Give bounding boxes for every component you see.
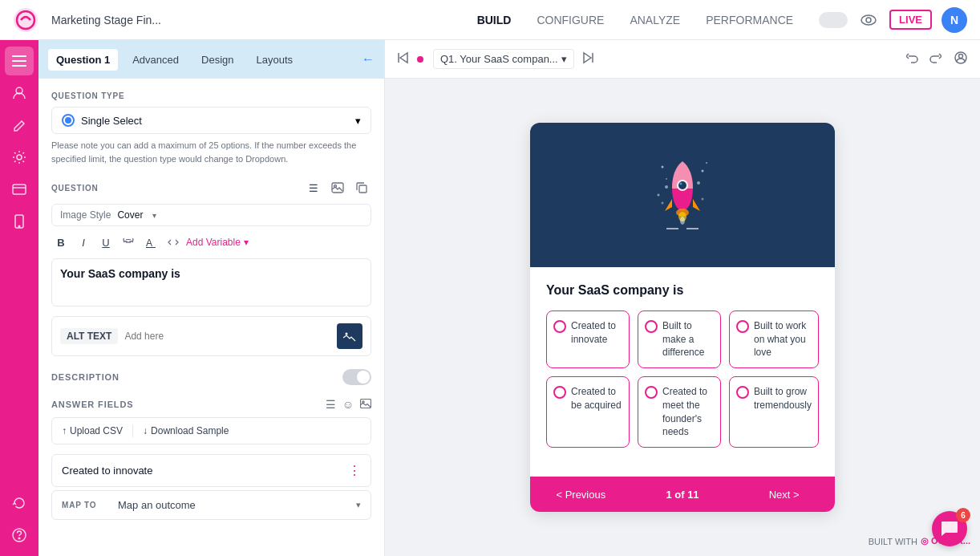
- svg-rect-9: [13, 185, 26, 194]
- description-toggle[interactable]: [342, 369, 371, 385]
- topnav: Marketing Stage Fin... BUILD CONFIGURE A…: [0, 0, 980, 40]
- svg-point-30: [666, 178, 667, 180]
- nav-build[interactable]: BUILD: [477, 14, 512, 26]
- option-2[interactable]: Built to make a difference: [638, 310, 721, 368]
- panel-back-arrow[interactable]: ←: [362, 52, 375, 67]
- svg-point-24: [362, 401, 364, 403]
- csv-divider: [132, 424, 133, 437]
- list-icon-small[interactable]: ☰: [326, 398, 336, 411]
- page-count: 1 of 11: [632, 489, 734, 501]
- add-variable-button[interactable]: Add Variable ▾: [186, 237, 249, 248]
- italic-button[interactable]: I: [74, 233, 93, 252]
- answer-fields-header: ANSWER FIELDS ☰ ☺: [51, 398, 371, 411]
- svg-text:A: A: [146, 237, 152, 248]
- option-3[interactable]: Built to work on what you love: [729, 310, 819, 368]
- main-layout: Question 1 Advanced Design Layouts ← QUE…: [0, 40, 980, 556]
- chat-bubble[interactable]: 6: [932, 511, 967, 546]
- alt-text-image-icon[interactable]: [337, 323, 362, 349]
- sidebar-item-users[interactable]: [5, 79, 34, 108]
- sidebar-item-menu[interactable]: [5, 47, 34, 75]
- preview-canvas: Your SaaS company is Created to innovate…: [385, 79, 980, 556]
- option-5[interactable]: Created to meet the founder's needs: [638, 376, 721, 448]
- question-editor-section: QUESTION ☰: [51, 178, 371, 306]
- question-selector[interactable]: Q1. Your SaaS compan... ▾: [433, 49, 574, 69]
- tab-advanced[interactable]: Advanced: [124, 49, 187, 71]
- color-button[interactable]: A: [141, 233, 160, 252]
- copy-icon[interactable]: [352, 178, 371, 197]
- question-text-editor[interactable]: Your SaaS company is: [51, 258, 371, 306]
- svg-rect-17: [359, 185, 366, 193]
- answer-item-menu[interactable]: ⋮: [348, 463, 361, 478]
- sidebar-item-billing[interactable]: [5, 175, 34, 204]
- toggle-switch[interactable]: [819, 12, 848, 28]
- svg-point-27: [662, 165, 664, 168]
- csv-row: ↑ Upload CSV ↓ Download Sample: [51, 417, 371, 444]
- emoji-icon[interactable]: ☺: [342, 398, 354, 411]
- svg-point-35: [680, 182, 682, 185]
- tab-question1[interactable]: Question 1: [48, 49, 118, 71]
- editor-toolbar: QUESTION ☰: [51, 178, 371, 197]
- prev-button[interactable]: < Previous: [530, 489, 632, 501]
- undo-button[interactable]: [906, 51, 919, 67]
- code-button[interactable]: [164, 233, 183, 252]
- svg-point-12: [18, 225, 20, 227]
- image-icon[interactable]: [328, 178, 347, 197]
- sidebar-item-edit[interactable]: [5, 111, 34, 140]
- question-indicator: [417, 56, 423, 63]
- map-to-select[interactable]: Map an outcome ▾: [118, 499, 361, 511]
- editor-toolbar-icons: ☰: [304, 178, 371, 197]
- skip-forward-button[interactable]: [581, 51, 593, 67]
- underline-button[interactable]: U: [96, 233, 115, 252]
- live-button[interactable]: LIVE: [889, 10, 932, 30]
- tab-design[interactable]: Design: [193, 49, 241, 71]
- upload-csv-button[interactable]: ↑ Upload CSV: [62, 425, 123, 436]
- next-button[interactable]: Next >: [733, 489, 835, 501]
- link-button[interactable]: [119, 233, 138, 252]
- description-label: DESCRIPTION: [51, 372, 342, 382]
- alt-text-label: ALT TEXT: [60, 328, 118, 344]
- tab-layouts[interactable]: Layouts: [248, 49, 301, 71]
- question-type-value: Single Select: [81, 115, 349, 127]
- nav-analyze[interactable]: ANALYZE: [630, 14, 680, 26]
- rocket-illustration: [650, 155, 715, 235]
- image-style-row[interactable]: Image Style Cover ▾: [51, 204, 371, 226]
- built-with-text: BUILT WITH: [869, 537, 917, 546]
- answer-fields-label: ANSWER FIELDS: [51, 400, 326, 409]
- svg-point-2: [861, 15, 876, 25]
- option-4[interactable]: Created to be acquired: [546, 376, 630, 448]
- question-type-select[interactable]: Single Select ▾: [51, 107, 371, 134]
- sidebar-item-settings[interactable]: [5, 143, 34, 172]
- answer-item[interactable]: Created to innovate ⋮: [51, 454, 371, 487]
- svg-point-40: [697, 181, 700, 185]
- option-1[interactable]: Created to innovate: [546, 310, 630, 368]
- sidebar-item-refresh[interactable]: [5, 489, 34, 517]
- alt-text-input[interactable]: [124, 331, 330, 342]
- image-style-value: Cover: [117, 209, 143, 221]
- skip-back-button[interactable]: [398, 51, 411, 67]
- option-6[interactable]: Built to grow tremendously: [729, 376, 819, 448]
- svg-point-41: [662, 201, 664, 204]
- sidebar-item-help[interactable]: [5, 521, 34, 550]
- list-icon[interactable]: ☰: [304, 178, 323, 197]
- app-logo[interactable]: [13, 7, 38, 33]
- image-upload-icon[interactable]: [360, 398, 371, 411]
- download-sample-button[interactable]: ↓ Download Sample: [143, 425, 229, 436]
- svg-point-22: [346, 333, 348, 335]
- bold-button[interactable]: B: [51, 233, 71, 252]
- option-1-text: Created to innovate: [571, 319, 622, 347]
- svg-point-31: [658, 193, 660, 196]
- user-avatar[interactable]: N: [942, 7, 967, 33]
- nav-configure[interactable]: CONFIGURE: [537, 14, 604, 26]
- redo-button[interactable]: [929, 51, 942, 67]
- alt-text-row: ALT TEXT: [51, 316, 371, 356]
- map-to-value: Map an outcome: [118, 499, 196, 511]
- preview-user-icon[interactable]: [954, 51, 967, 67]
- preview-toolbar: Q1. Your SaaS compan... ▾: [385, 40, 980, 79]
- panel-content: QUESTION TYPE Single Select ▾ Please not…: [38, 79, 384, 556]
- nav-performance[interactable]: PERFORMANCE: [706, 14, 793, 26]
- eye-icon[interactable]: [857, 9, 880, 31]
- option-3-text: Built to work on what you love: [754, 319, 812, 359]
- sidebar-item-mobile[interactable]: [5, 207, 34, 236]
- svg-point-42: [702, 197, 704, 200]
- survey-image: [530, 123, 835, 267]
